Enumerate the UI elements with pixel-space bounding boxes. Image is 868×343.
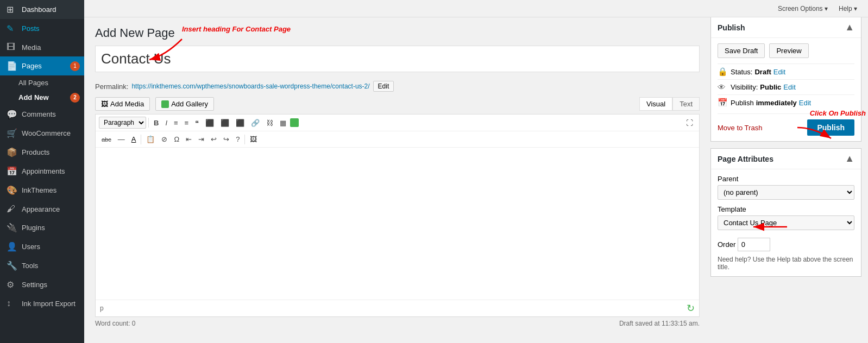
- bottom-status: Word count: 0 Draft saved at 11:33:15 am…: [95, 317, 700, 329]
- sidebar-item-ink-import-export[interactable]: ↕ Ink Import Export: [0, 294, 84, 313]
- order-section: Order: [718, 236, 854, 251]
- comments-icon: 💬: [7, 109, 18, 119]
- font-color-button[interactable]: A: [129, 134, 139, 145]
- sidebar-item-posts[interactable]: ✎ Posts: [0, 19, 84, 38]
- image-button[interactable]: 🖼: [247, 134, 260, 145]
- publish-actions: Save Draft Preview: [718, 43, 854, 58]
- sidebar: ⊞ Dashboard ✎ Posts 🎞 Media 📄 Pages 1 Al…: [0, 0, 84, 343]
- help-toolbar-button[interactable]: ?: [233, 134, 242, 145]
- fullscreen-button[interactable]: ⛶: [683, 117, 696, 129]
- publish-box-toggle: ▲: [845, 22, 854, 33]
- order-input[interactable]: [738, 238, 770, 251]
- paste-text-button[interactable]: 📋: [143, 134, 158, 145]
- sidebar-item-tools[interactable]: 🔧 Tools: [0, 256, 84, 275]
- order-label: Order: [718, 240, 735, 249]
- sidebar-subitem-all-pages[interactable]: All Pages: [0, 75, 84, 90]
- editor-content-area[interactable]: [96, 148, 699, 300]
- sidebar-item-appointments[interactable]: 📅 Appointments: [0, 162, 84, 181]
- align-right-button[interactable]: ⬛: [233, 117, 247, 129]
- sidebar-item-users[interactable]: 👤 Users: [0, 237, 84, 256]
- sidebar-item-appearance[interactable]: 🖌 Appearance: [0, 200, 84, 218]
- main-content: Screen Options ▾ Help ▾ Add New Page Ins…: [84, 0, 868, 343]
- unlink-button[interactable]: ⛓: [263, 117, 276, 129]
- ordered-list-button[interactable]: ≡: [182, 117, 192, 129]
- add-media-button[interactable]: 🖼 Add Media: [95, 97, 150, 111]
- visibility-edit-link[interactable]: Edit: [783, 83, 795, 91]
- word-count: Word count: 0: [95, 320, 135, 327]
- page-attributes-content: Parent (no parent) Template Contact Us P…: [711, 169, 861, 276]
- template-select[interactable]: Contact Us Page: [718, 215, 854, 230]
- sidebar-subitem-add-new[interactable]: Add New 2: [0, 90, 84, 105]
- divider-2: [141, 135, 141, 144]
- align-center-button[interactable]: ⬛: [218, 117, 232, 129]
- sidebar-item-dashboard[interactable]: ⊞ Dashboard: [0, 0, 84, 19]
- refresh-icon[interactable]: ↻: [687, 302, 695, 314]
- divider-3: [244, 135, 245, 144]
- special-char-button[interactable]: Ω: [171, 134, 182, 145]
- page-attributes-box: Page Attributes ▲ Parent (no parent) Tem…: [710, 148, 861, 277]
- preview-button[interactable]: Preview: [769, 43, 808, 58]
- toolbar-row-2: abc — A 📋 ⊘ Ω ⇤ ⇥ ↩ ↪ ? 🖼: [96, 131, 699, 148]
- products-icon: 📦: [7, 147, 18, 157]
- parent-select[interactable]: (no parent): [718, 185, 854, 200]
- publish-when-row: 📅 Publish immediately Edit: [718, 94, 854, 110]
- publish-box-header[interactable]: Publish ▲: [711, 17, 861, 38]
- posts-icon: ✎: [7, 23, 18, 34]
- publish-button[interactable]: Publish: [807, 119, 854, 136]
- publish-when-edit-link[interactable]: Edit: [799, 99, 811, 107]
- paragraph-select[interactable]: Paragraph: [99, 117, 146, 129]
- visibility-icon: 👁: [718, 82, 728, 92]
- sidebar-item-settings[interactable]: ⚙ Settings: [0, 275, 84, 294]
- page-heading-input[interactable]: [95, 46, 700, 72]
- green-button[interactable]: [290, 118, 299, 127]
- permalink-bar: Permalink: https://inkthemes.com/wptheme…: [95, 81, 700, 92]
- permalink-edit-button[interactable]: Edit: [373, 81, 394, 92]
- sidebar-item-comments[interactable]: 💬 Comments: [0, 105, 84, 124]
- sidebar-item-products[interactable]: 📦 Products: [0, 143, 84, 162]
- inkthemes-icon: 🎨: [7, 185, 18, 195]
- text-tab[interactable]: Text: [672, 97, 700, 110]
- help-button[interactable]: Help ▾: [834, 4, 861, 14]
- remove-format-button[interactable]: ⊘: [159, 134, 170, 145]
- visual-tab[interactable]: Visual: [639, 97, 672, 110]
- link-button[interactable]: 🔗: [248, 117, 262, 129]
- undo-button[interactable]: ↩: [208, 134, 219, 145]
- status-row: 🔒 Status: Draft Edit: [718, 63, 854, 79]
- add-gallery-button[interactable]: Add Gallery: [155, 97, 214, 111]
- sidebar-item-woocommerce[interactable]: 🛒 WooCommerce: [0, 124, 84, 143]
- move-to-trash-link[interactable]: Move to Trash: [718, 124, 762, 132]
- sidebar-item-inkthemes[interactable]: 🎨 InkThemes: [0, 181, 84, 200]
- sidebar-item-media[interactable]: 🎞 Media: [0, 38, 84, 56]
- status-edit-link[interactable]: Edit: [773, 68, 785, 76]
- right-sidebar: Publish ▲ Save Draft Preview 🔒 Status: D…: [710, 17, 868, 343]
- parent-label: Parent: [718, 175, 738, 183]
- appointments-icon: 📅: [7, 166, 18, 176]
- table-button[interactable]: ▦: [277, 117, 289, 129]
- save-draft-button[interactable]: Save Draft: [718, 43, 765, 58]
- toolbar-row-1: Paragraph B I ≡ ≡ ❝ ⬛ ⬛ ⬛ 🔗 ⛓ ▦ ⛶: [96, 115, 699, 131]
- indent-button[interactable]: ⇥: [196, 134, 207, 145]
- add-media-icon: 🖼: [101, 100, 108, 108]
- help-text: Need help? Use the Help tab above the sc…: [718, 256, 854, 271]
- align-left-button[interactable]: ⬛: [203, 117, 217, 129]
- redo-button[interactable]: ↪: [221, 134, 232, 145]
- settings-icon: ⚙: [7, 280, 18, 290]
- sidebar-item-plugins[interactable]: 🔌 Plugins: [0, 218, 84, 237]
- editor-tabs: Visual Text: [639, 97, 700, 111]
- blockquote-button[interactable]: ❝: [192, 117, 202, 129]
- italic-button[interactable]: I: [162, 117, 170, 129]
- page-attributes-header[interactable]: Page Attributes ▲: [711, 149, 861, 169]
- unordered-list-button[interactable]: ≡: [171, 117, 181, 129]
- hr-button[interactable]: —: [115, 134, 128, 145]
- bold-button[interactable]: B: [151, 117, 161, 129]
- strikethrough-button[interactable]: abc: [99, 135, 114, 144]
- woocommerce-icon: 🛒: [7, 128, 18, 138]
- dashboard-icon: ⊞: [7, 4, 18, 15]
- screen-options-button[interactable]: Screen Options ▾: [773, 4, 832, 14]
- sidebar-item-pages[interactable]: 📄 Pages 1: [0, 56, 84, 75]
- template-label: Template: [718, 205, 746, 213]
- editor-toolbar-top: 🖼 Add Media Add Gallery Visual Text: [95, 97, 700, 111]
- topbar: Screen Options ▾ Help ▾: [84, 0, 868, 17]
- outdent-button[interactable]: ⇤: [183, 134, 194, 145]
- permalink-link[interactable]: https://inkthemes.com/wpthemes/snowboard…: [131, 82, 369, 90]
